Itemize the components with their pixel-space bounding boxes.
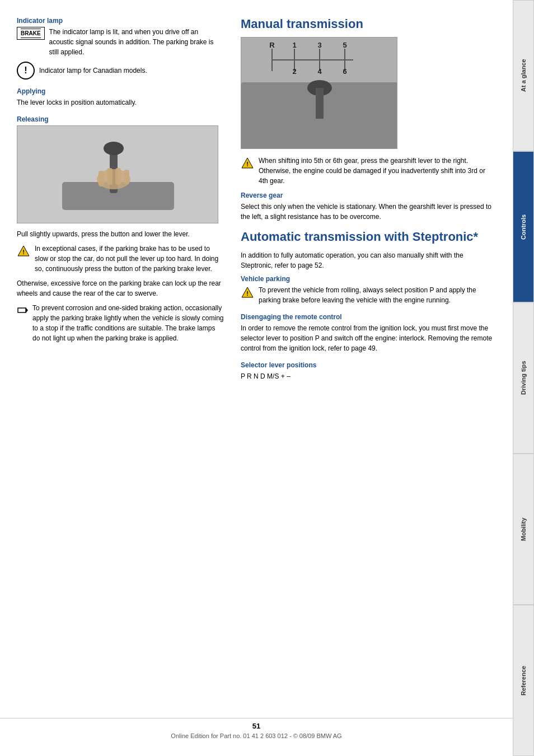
note-text: To prevent corrosion and one-sided braki… — [32, 303, 224, 343]
applying-heading: Applying — [17, 87, 224, 95]
svg-text:5: 5 — [343, 41, 346, 49]
warning-triangle-icon-2: ! — [241, 157, 254, 170]
note-arrow-icon — [17, 305, 28, 316]
svg-rect-7 — [115, 168, 121, 185]
releasing-svg — [17, 126, 218, 223]
manual-transmission-heading: Manual transmission — [241, 17, 496, 31]
canadian-indicator: ! Indicator lamp for Canadian models. — [17, 62, 224, 80]
svg-text:!: ! — [22, 249, 25, 255]
warning-text-2: Otherwise, excessive force on the parkin… — [17, 278, 224, 298]
svg-text:2: 2 — [292, 67, 296, 76]
main-content: Indicator lamp BRAKE The indicator lamp … — [0, 0, 513, 756]
automatic-intro: In addition to fully automatic operation… — [241, 250, 496, 270]
disengaging-text: In order to remove the remote control fr… — [241, 323, 496, 353]
svg-text:1: 1 — [292, 41, 296, 49]
sidebar-tabs: At a glance Controls Driving tips Mobili… — [513, 0, 534, 756]
gearshift-svg: R 1 3 5 2 4 6 — [241, 38, 397, 149]
svg-text:!: ! — [246, 161, 249, 167]
svg-text:4: 4 — [317, 67, 322, 76]
warning-box-1: ! In exceptional cases, if the parking b… — [17, 244, 224, 274]
svg-point-3 — [104, 142, 124, 155]
reverse-gear-text: Select this only when the vehicle is sta… — [241, 202, 496, 222]
svg-marker-12 — [26, 307, 28, 313]
brake-box: BRAKE — [17, 27, 45, 40]
brake-indicator: BRAKE The indicator lamp is lit, and whe… — [17, 27, 224, 57]
releasing-section: Releasing — [17, 115, 224, 343]
disengaging-heading: Disengaging the remote control — [241, 313, 496, 321]
circle-exclaim-icon: ! — [17, 62, 35, 80]
left-column: Indicator lamp BRAKE The indicator lamp … — [17, 17, 235, 739]
pull-text: Pull slightly upwards, press the button … — [17, 229, 224, 239]
reverse-gear-heading: Reverse gear — [241, 192, 496, 199]
warning-triangle-icon-1: ! — [17, 245, 30, 258]
svg-text:3: 3 — [317, 41, 321, 49]
releasing-heading: Releasing — [17, 115, 224, 123]
page-container: Indicator lamp BRAKE The indicator lamp … — [0, 0, 534, 756]
reverse-gear-section: Reverse gear Select this only when the v… — [241, 192, 496, 222]
svg-rect-8 — [124, 170, 129, 184]
vehicle-parking-warning-box: ! To prevent the vehicle from rolling, a… — [241, 285, 496, 305]
right-column: Manual transmission — [235, 17, 496, 739]
note-box: To prevent corrosion and one-sided braki… — [17, 303, 224, 343]
sidebar-tab-reference[interactable]: Reference — [513, 605, 534, 756]
brake-box-bottom — [21, 38, 41, 38]
brake-box-top — [21, 29, 41, 29]
svg-rect-6 — [107, 168, 113, 185]
manual-transmission-section: Manual transmission — [241, 17, 496, 222]
page-number: 51 — [0, 722, 513, 730]
svg-rect-5 — [99, 171, 104, 186]
svg-rect-11 — [18, 308, 26, 312]
sidebar-tab-driving-tips[interactable]: Driving tips — [513, 302, 534, 454]
brake-label: BRAKE — [21, 30, 41, 36]
warning-text-1: In exceptional cases, if the parking bra… — [35, 244, 224, 274]
releasing-image — [17, 125, 218, 223]
vehicle-parking-heading: Vehicle parking — [241, 275, 496, 283]
svg-text:!: ! — [246, 290, 249, 297]
sidebar-tab-controls[interactable]: Controls — [513, 151, 534, 302]
warning-triangle-icon-3: ! — [241, 286, 254, 300]
brake-description: The indicator lamp is lit, and when you … — [49, 27, 224, 57]
disengaging-section: Disengaging the remote control In order … — [241, 313, 496, 353]
selector-lever-positions: P R N D M/S + – — [241, 371, 496, 381]
vehicle-parking-section: Vehicle parking ! To prevent the vehicle… — [241, 275, 496, 305]
manual-warning-text: When shifting into 5th or 6th gear, pres… — [259, 156, 496, 186]
sidebar-tab-at-a-glance[interactable]: At a glance — [513, 0, 534, 151]
page-footer: 51 Online Edition for Part no. 01 41 2 6… — [0, 715, 513, 739]
indicator-lamp-section: Indicator lamp BRAKE The indicator lamp … — [17, 17, 224, 80]
svg-text:R: R — [269, 41, 275, 49]
manual-warning-box: ! When shifting into 5th or 6th gear, pr… — [241, 156, 496, 186]
sidebar-tab-mobility[interactable]: Mobility — [513, 454, 534, 605]
footer-copyright: Online Edition for Part no. 01 41 2 603 … — [0, 732, 513, 739]
indicator-lamp-heading: Indicator lamp — [17, 17, 224, 25]
svg-rect-16 — [316, 88, 324, 119]
gearshift-image: R 1 3 5 2 4 6 — [241, 37, 397, 149]
applying-section: Applying The lever locks in position aut… — [17, 87, 224, 108]
automatic-transmission-heading: Automatic transmission with Steptronic* — [241, 230, 496, 244]
footer-divider — [0, 718, 513, 718]
selector-lever-section: Selector lever positions P R N D M/S + – — [241, 361, 496, 381]
applying-text: The lever locks in position automaticall… — [17, 97, 224, 108]
vehicle-parking-warning-text: To prevent the vehicle from rolling, alw… — [259, 285, 496, 305]
automatic-transmission-section: Automatic transmission with Steptronic* … — [241, 230, 496, 381]
canadian-label: Indicator lamp for Canadian models. — [39, 66, 147, 76]
svg-text:6: 6 — [343, 67, 346, 76]
selector-lever-heading: Selector lever positions — [241, 361, 496, 369]
